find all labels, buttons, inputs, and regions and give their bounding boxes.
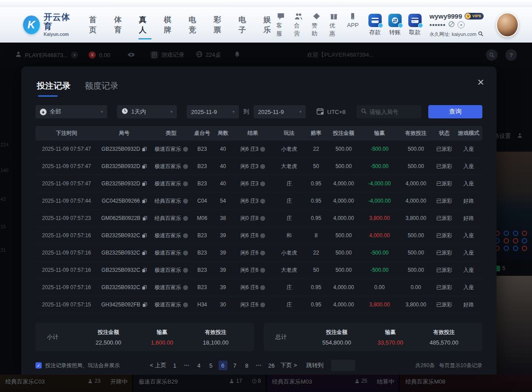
modal-tab[interactable]: 投注记录: [37, 80, 70, 92]
document-icon: [150, 51, 158, 59]
result-detail-icon[interactable]: [260, 147, 265, 152]
nav-item[interactable]: 体育: [113, 12, 127, 38]
cell-round-no: 39: [213, 267, 233, 273]
result-detail-icon[interactable]: [260, 285, 265, 290]
cell-valid-bet: 0.00: [398, 284, 434, 290]
promotions-link[interactable]: 优惠: [329, 12, 339, 38]
nav-item[interactable]: 首页: [89, 12, 102, 38]
notifications-button[interactable]: [234, 51, 240, 59]
deposit-button[interactable]: 存款: [368, 14, 382, 36]
result-detail-icon[interactable]: [260, 216, 265, 221]
page-number[interactable]: 7: [231, 361, 239, 370]
modal-tab[interactable]: 额度记录: [85, 80, 118, 92]
next-page-button[interactable]: 下页 >: [281, 361, 297, 369]
cell-bet-time: 2025-11-09 07:57:44: [35, 198, 98, 204]
cell-status: 已派彩: [434, 249, 455, 257]
date-to-picker[interactable]: 2025-11-9 ▾: [254, 105, 306, 118]
page-number[interactable]: 4: [195, 361, 203, 370]
transfer-button[interactable]: 转账: [388, 14, 402, 36]
masked-balance: ******: [430, 22, 446, 28]
search-button[interactable]: [486, 49, 497, 61]
jump-page-input[interactable]: [331, 360, 355, 371]
help-button[interactable]: ?: [505, 49, 517, 61]
category-count[interactable]: 21: [0, 247, 6, 253]
live-table-video[interactable]: [492, 276, 532, 375]
nav-item[interactable]: 棋牌: [163, 12, 176, 38]
result-detail-icon[interactable]: [260, 268, 265, 273]
tables-count-link[interactable]: 224桌: [196, 51, 221, 59]
cell-game-mode: 好路: [455, 215, 482, 222]
sponsor-link[interactable]: 赞助: [312, 12, 321, 38]
site-logo[interactable]: K 开云体育 Kaiyun.com: [23, 13, 75, 37]
live-table-tile[interactable]: 经典百家乐M08: [400, 375, 532, 392]
live-table-tile[interactable]: 经典百家乐C03 23 开牌中: [0, 375, 132, 392]
result-detail-icon[interactable]: [260, 251, 265, 255]
cell-table-no: B23: [192, 232, 213, 239]
game-record-link[interactable]: 游戏记录: [150, 51, 184, 59]
eye-slash-icon[interactable]: [448, 21, 455, 29]
category-count[interactable]: 146: [0, 168, 8, 173]
round-search-input[interactable]: [370, 109, 417, 115]
live-table-tile[interactable]: 极速百家乐B29 17 8: [133, 375, 266, 392]
copy-icon[interactable]: [142, 164, 147, 169]
username[interactable]: wywy9999: [430, 12, 462, 20]
withdraw-button[interactable]: 取款: [408, 14, 422, 36]
category-count[interactable]: 224: [0, 142, 8, 147]
close-icon[interactable]: ×: [477, 76, 484, 88]
page-number[interactable]: 5: [207, 361, 215, 370]
column-header: 玩法: [272, 129, 306, 137]
cell-odds: 8: [306, 232, 326, 239]
result-detail-icon[interactable]: [260, 181, 265, 186]
category-count[interactable]: 42: [0, 196, 6, 202]
copy-icon[interactable]: [142, 268, 147, 273]
user-avatar[interactable]: [496, 12, 519, 37]
balance-refresh-chevron[interactable]: ▾: [458, 21, 465, 28]
copy-icon[interactable]: [142, 216, 147, 221]
result-detail-icon[interactable]: [260, 164, 265, 169]
cell-play-type: 庄: [272, 284, 306, 291]
result-detail-icon[interactable]: [260, 233, 265, 238]
date-from-picker[interactable]: 2025-11-9 ▾: [187, 105, 239, 118]
merge-checkbox[interactable]: ✓: [35, 362, 42, 368]
game-type-dropdown[interactable]: ♠ 全部 ▾: [35, 105, 107, 118]
copy-icon[interactable]: [142, 181, 147, 186]
copy-icon[interactable]: [142, 302, 147, 307]
copy-icon[interactable]: [142, 199, 147, 204]
app-link[interactable]: APP: [347, 12, 359, 38]
copy-icon[interactable]: [142, 251, 147, 255]
copy-icon[interactable]: [142, 147, 147, 152]
live-table-video[interactable]: [492, 152, 532, 261]
query-button[interactable]: 查询: [428, 105, 482, 118]
nav-item[interactable]: 电子: [238, 12, 251, 38]
page-number[interactable]: •••: [182, 361, 191, 370]
copy-icon[interactable]: [142, 233, 147, 238]
category-count[interactable]: 15: [0, 224, 6, 229]
live-table-tile[interactable]: 经典百家乐M03 25 结算中: [267, 375, 399, 392]
page-number[interactable]: •••: [254, 361, 263, 370]
player-id-dropdown[interactable]: PLAYER46873... ▼: [15, 51, 78, 59]
site-header: K 开云体育 Kaiyun.com 首页 体育 真人 棋牌 电竞 彩票 电子: [0, 7, 532, 43]
quick-link-label: 赞助: [312, 22, 321, 38]
page-number[interactable]: 6: [219, 361, 227, 370]
partnership-link[interactable]: 合营: [294, 12, 303, 38]
timezone-display[interactable]: UTC+8: [317, 108, 346, 116]
nav-item[interactable]: 彩票: [213, 12, 227, 38]
table-row: 2025-11-09 07:57:47 GB2325B0932D 极速百家乐 B…: [35, 158, 482, 175]
cell-win-loss: -4,000.00: [361, 198, 398, 204]
hide-balance-toggle[interactable]: [127, 52, 135, 59]
prev-page-button[interactable]: < 上页: [150, 361, 166, 369]
time-range-dropdown[interactable]: 1天内 ▾: [117, 105, 177, 118]
nav-item[interactable]: 娱乐: [263, 12, 276, 38]
nav-item[interactable]: 真人: [138, 12, 152, 38]
nav-item[interactable]: 电竞: [188, 12, 202, 38]
customer-service-link[interactable]: 客服: [276, 12, 286, 38]
cell-play-type: 大老虎: [272, 267, 306, 274]
magnifier-icon[interactable]: [478, 31, 483, 37]
copy-icon[interactable]: [142, 285, 147, 290]
page-number[interactable]: 8: [243, 361, 251, 370]
balance-display[interactable]: ¥ 0.00: [89, 51, 110, 59]
page-number[interactable]: 1: [170, 361, 179, 370]
page-number[interactable]: 26: [266, 361, 276, 370]
result-detail-icon[interactable]: [260, 302, 265, 307]
result-detail-icon[interactable]: [260, 199, 265, 204]
